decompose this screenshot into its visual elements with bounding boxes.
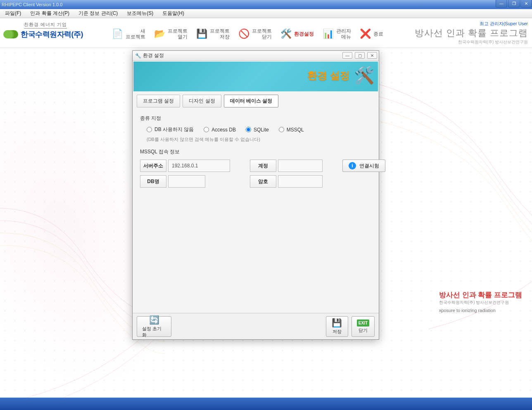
dialog-maximize-button[interactable]: ▢ bbox=[355, 52, 365, 59]
radio-db-access-input[interactable] bbox=[204, 127, 209, 132]
input-dbname[interactable] bbox=[168, 175, 205, 188]
new-project-icon: 📄 bbox=[111, 27, 124, 41]
settings-icon: 🛠️ bbox=[279, 27, 292, 41]
logo-company-name: 한국수력원자력(주) bbox=[21, 29, 83, 39]
app-subtitle: 한국수력원자력(주) 방사선보건연구원 bbox=[415, 39, 528, 45]
label-dbname: DB명 bbox=[140, 175, 166, 188]
test-connection-label: 연결시험 bbox=[359, 162, 379, 169]
toolbar-close-project[interactable]: 🚫 프로젝트 닫기 bbox=[234, 26, 275, 42]
tab-design-settings[interactable]: 디자인 설정 bbox=[183, 95, 221, 107]
radio-db-sqlite[interactable]: SQLite bbox=[246, 126, 269, 133]
header-right: 최고 관리자(Super User 방사선 인과 확률 프로그램 한국수력원자력… bbox=[415, 21, 528, 45]
window-title: RHIPEPC Client Version 1.0.0 bbox=[2, 2, 62, 7]
label-password: 암호 bbox=[250, 175, 276, 188]
save-label: 저장 bbox=[332, 329, 342, 335]
close-dialog-button[interactable]: EXIT 닫기 bbox=[352, 316, 375, 337]
radio-db-none-label: DB 사용하지 않음 bbox=[154, 126, 194, 133]
label-account: 계정 bbox=[250, 160, 276, 172]
radio-db-sqlite-label: SQLite bbox=[254, 127, 269, 133]
radio-db-access-label: Access DB bbox=[211, 127, 236, 133]
dialog-banner-title: 환경 설정 bbox=[307, 69, 350, 82]
toolbar-admin-menu[interactable]: 📊 관리자 메뉴 bbox=[318, 26, 354, 42]
close-dialog-label: 닫기 bbox=[359, 327, 368, 334]
toolbar-save-project-label: 프로젝트 저장 bbox=[210, 28, 230, 40]
side-badge-subtitle: 한국수력원자력(주) 방사선보건연구원 bbox=[439, 300, 522, 305]
window-maximize-button[interactable]: ❐ bbox=[508, 0, 520, 7]
exit-icon: EXIT bbox=[357, 319, 369, 327]
current-user-label: 최고 관리자(Super User bbox=[415, 21, 528, 27]
dialog-body: 종류 지정 DB 사용하지 않음 Access DB SQLite MSSQL … bbox=[133, 107, 379, 193]
radio-db-none[interactable]: DB 사용하지 않음 bbox=[147, 126, 194, 133]
reset-settings-button[interactable]: 🔄 설정 초기화 bbox=[137, 316, 171, 337]
tab-program-settings[interactable]: 프로그램 설정 bbox=[137, 95, 180, 107]
menu-base[interactable]: 기준 정보 관리(C) bbox=[76, 9, 120, 18]
toolbar-open-project-label: 프로젝트 열기 bbox=[168, 28, 188, 40]
toolbar-save-project[interactable]: 💾 프로젝트 저장 bbox=[192, 26, 233, 42]
input-account[interactable] bbox=[278, 160, 323, 172]
exit-icon: ❌ bbox=[359, 27, 372, 41]
test-connection-button[interactable]: i 연결시험 bbox=[342, 160, 385, 172]
radio-db-mssql-input[interactable] bbox=[279, 127, 284, 132]
dialog-banner: 환경 설정 🛠️ bbox=[133, 62, 378, 91]
admin-icon: 📊 bbox=[321, 27, 335, 41]
reset-settings-label: 설정 초기화 bbox=[142, 326, 166, 338]
window-titlebar: RHIPEPC Client Version 1.0.0 — ❐ ✕ bbox=[0, 0, 532, 9]
menu-bar: 파일(F) 인과 확률 계산(P) 기준 정보 관리(C) 보조메뉴(S) 도움… bbox=[0, 9, 532, 18]
open-project-icon: 📂 bbox=[153, 27, 166, 41]
app-title: 방사선 인과 확률 프로그램 bbox=[415, 27, 528, 39]
radio-db-mssql-label: MSSQL bbox=[287, 127, 304, 133]
dialog-wrench-icon: 🔧 bbox=[135, 53, 141, 59]
dialog-close-button[interactable]: ✕ bbox=[367, 52, 377, 59]
logo-tagline: 친환경 에너지 기업 bbox=[24, 21, 67, 29]
dialog-banner-tools-icon: 🛠️ bbox=[354, 66, 375, 85]
label-server: 서버주소 bbox=[140, 160, 166, 172]
toolbar-open-project[interactable]: 📂 프로젝트 열기 bbox=[150, 26, 191, 42]
toolbar-new-project-label: 새 프로젝트 bbox=[126, 28, 145, 40]
db-hint-text: (DB를 사용하지 않으면 검색 메뉴를 이용할 수 없습니다) bbox=[147, 136, 371, 143]
window-close-button[interactable]: ✕ bbox=[520, 0, 532, 7]
side-badge-title: 방사선 인과 확률 프로그램 bbox=[439, 290, 522, 300]
toolbar-new-project[interactable]: 📄 새 프로젝트 bbox=[107, 26, 149, 42]
menu-aux[interactable]: 보조메뉴(S) bbox=[124, 9, 156, 18]
side-badge-tag: xposure to ionizing radiation bbox=[439, 308, 522, 313]
radio-db-mssql[interactable]: MSSQL bbox=[279, 126, 304, 133]
header-region: 친환경 에너지 기업 한국수력원자력(주) 📄 새 프로젝트 📂 프로젝트 열기… bbox=[0, 18, 532, 48]
side-program-badge: 방사선 인과 확률 프로그램 한국수력원자력(주) 방사선보건연구원 xposu… bbox=[439, 290, 522, 313]
main-toolbar: 📄 새 프로젝트 📂 프로젝트 열기 💾 프로젝트 저장 🚫 프로젝트 닫기 🛠… bbox=[107, 26, 387, 42]
radio-db-access[interactable]: Access DB bbox=[204, 126, 236, 133]
menu-calc[interactable]: 인과 확률 계산(P) bbox=[28, 9, 72, 18]
dialog-tabs: 프로그램 설정 디자인 설정 데이터 베이스 설정 bbox=[133, 92, 379, 107]
dialog-footer: 🔄 설정 초기화 💾 저장 EXIT 닫기 bbox=[133, 313, 379, 339]
group-title-mssql: MSSQL 접속 정보 bbox=[140, 148, 371, 155]
toolbar-env-settings[interactable]: 🛠️ 환경설정 bbox=[276, 26, 317, 42]
company-logo: 친환경 에너지 기업 한국수력원자력(주) bbox=[3, 21, 83, 39]
radio-db-sqlite-input[interactable] bbox=[246, 127, 251, 132]
info-icon: i bbox=[349, 162, 356, 169]
dialog-title: 환경 설정 bbox=[143, 52, 164, 59]
db-type-radio-group: DB 사용하지 않음 Access DB SQLite MSSQL bbox=[147, 126, 371, 133]
dialog-minimize-button[interactable]: — bbox=[342, 52, 352, 59]
input-password[interactable] bbox=[278, 175, 323, 188]
dialog-titlebar[interactable]: 🔧 환경 설정 — ▢ ✕ bbox=[133, 51, 379, 61]
menu-help[interactable]: 도움말(H) bbox=[160, 9, 187, 18]
toolbar-close-project-label: 프로젝트 닫기 bbox=[252, 28, 272, 40]
refresh-icon: 🔄 bbox=[149, 315, 159, 325]
toolbar-exit[interactable]: ❌ 종료 bbox=[355, 26, 387, 42]
toolbar-admin-menu-label: 관리자 메뉴 bbox=[336, 28, 351, 40]
input-server[interactable] bbox=[168, 160, 230, 172]
menu-file[interactable]: 파일(F) bbox=[2, 9, 24, 18]
mssql-form: 서버주소 계정 i 연결시험 DB명 암호 bbox=[140, 160, 371, 188]
toolbar-env-settings-label: 환경설정 bbox=[294, 31, 314, 37]
group-title-type: 종류 지정 bbox=[140, 115, 371, 122]
close-project-icon: 🚫 bbox=[237, 27, 250, 41]
toolbar-exit-label: 종료 bbox=[373, 31, 383, 37]
radio-db-none-input[interactable] bbox=[147, 127, 152, 132]
window-minimize-button[interactable]: — bbox=[496, 0, 507, 7]
save-icon: 💾 bbox=[332, 318, 342, 328]
logo-mark-icon bbox=[3, 30, 18, 38]
taskbar[interactable] bbox=[0, 398, 532, 410]
save-project-icon: 💾 bbox=[195, 27, 208, 41]
settings-dialog: 🔧 환경 설정 — ▢ ✕ 환경 설정 🛠️ 프로그램 설정 디자인 설정 데이… bbox=[132, 50, 379, 340]
save-button[interactable]: 💾 저장 bbox=[326, 316, 348, 337]
tab-database-settings[interactable]: 데이터 베이스 설정 bbox=[224, 95, 279, 107]
